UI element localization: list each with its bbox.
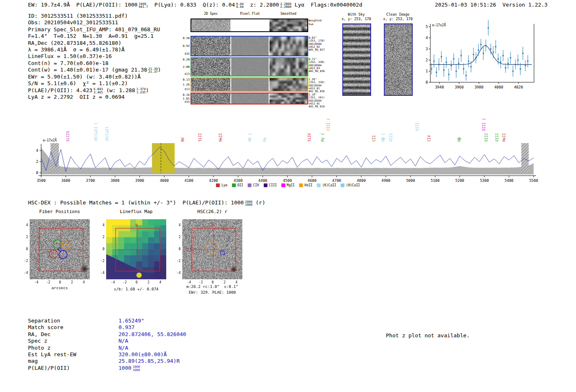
spectrum-xtick-label: 4800 <box>357 179 366 183</box>
col-header-pixel-flat: Pixel Flat <box>231 12 269 16</box>
match-value: N/A <box>118 345 128 351</box>
hsc-caption-1: m:26.2 rc:1.0" s:0.1" <box>182 284 242 289</box>
col-header-2d-spec: 2D Spec <box>191 12 230 16</box>
cutout-row-left-label: 0.20 <box>181 58 190 61</box>
legend-swatch <box>264 183 267 187</box>
fiber-circle <box>53 240 61 248</box>
north-label: N <box>135 223 137 227</box>
legend-item: (H)CaII <box>341 183 360 187</box>
axis-tick-label: 2 <box>69 281 75 284</box>
match-label: Est LyA rest-EW <box>28 351 118 358</box>
fraction-bottom: 21.37 <box>149 70 158 74</box>
spectrum-xtick-label: 4300 <box>234 179 243 183</box>
detection-info-block: ID: 3012533511 (3012533511.pdf)Obs: 2021… <box>28 13 161 100</box>
legend-label: HeII <box>304 183 312 187</box>
inset-data-point <box>441 56 442 58</box>
spec-2d-image <box>191 93 230 104</box>
axis-tick-label: 4 <box>174 223 181 227</box>
hsc-match-header: HSC-DEX : Possible Matches = 1 (within +… <box>28 199 265 206</box>
inset-xtick-label: 3960 <box>455 85 464 89</box>
inset-ytick-label: 0 <box>426 80 428 84</box>
legend-swatch <box>232 183 236 187</box>
inset-data-point <box>495 46 497 48</box>
info-line: λ = 3986.41Å σ = 6.49(±1.78)Å <box>28 46 161 53</box>
inset-data-point <box>505 67 506 69</box>
cutout-row-left-label: 1.26 <box>181 83 190 86</box>
info-line: Obs: 20210504v012_3012533511 <box>28 19 161 26</box>
inset-data-point <box>510 57 511 59</box>
inset-data-point <box>502 55 504 56</box>
stacked-fraction: 1000941.7 <box>139 2 148 9</box>
emission-line-label: Hδ { <box>248 133 252 141</box>
axis-tick-label: 0 <box>134 281 139 284</box>
text-segment: Cont(w) = 1.40(±0.01)e-17 (gmag 21.38 <box>28 67 147 73</box>
emission-line-label: Hγ { <box>321 133 325 141</box>
info-line: EWr = 5.90(±1.50) (w: 3.40(±0.82))Å <box>28 74 161 80</box>
east-label: E <box>187 248 189 252</box>
hsc-cutout-panel: NE <box>182 219 242 279</box>
axis-tick-label: 2 <box>222 281 228 284</box>
spectrum-xtick-label: 3900 <box>135 179 144 183</box>
pixel-flat-image <box>231 78 269 91</box>
match-label: Spec z <box>28 338 118 344</box>
emission-line-label: SiIIS <box>66 131 70 141</box>
text-segment: S/N = 5.1(±0.6) χ² = 1.1(±0.2) <box>28 80 128 86</box>
spec-2d-image <box>191 37 230 56</box>
inset-data-point <box>517 59 519 61</box>
pixel-flat-image <box>231 93 269 104</box>
match-value: 320.00(±80.00)Å <box>118 351 167 357</box>
emission-line-label: NV <box>181 137 185 141</box>
match-value: 1.65249" <box>118 318 144 324</box>
info-line: LyA z = 2.2792 OII z = 0.0694 <box>28 94 161 100</box>
cutout-row-annotation: Weighted <box>309 19 321 22</box>
spectrum-xtick-label: 5200 <box>455 179 465 183</box>
match-value: N/A <box>118 338 128 344</box>
cutout-row-left-label: 413 <box>181 88 190 91</box>
emission-line-label: SiIV <box>307 133 311 141</box>
axis-tick-label: -4 <box>174 271 181 275</box>
stacked-fraction: 0.040.04 <box>236 2 244 9</box>
text-segment: HSC-DEX : Possible Matches = 1 (within +… <box>28 199 244 206</box>
inset-xtick-label: 4000 <box>494 85 503 89</box>
inset-data-point <box>431 68 432 70</box>
legend-item: OII <box>232 183 243 187</box>
north-label: N <box>211 223 214 227</box>
fiber-circle <box>59 251 67 259</box>
cutout-row <box>190 36 308 56</box>
cutout-row <box>190 57 308 77</box>
emission-line-label: OIII { <box>482 118 486 131</box>
inset-data-point <box>483 53 484 54</box>
with-sky-title: With Sky <box>337 12 375 16</box>
legend-swatch <box>248 183 251 187</box>
spectrum-xtick-label: 5400 <box>504 179 513 183</box>
match-label: Separation <box>28 318 118 324</box>
axis-tick-label: 4 <box>158 281 163 284</box>
legend-item: CIII <box>264 183 277 187</box>
emission-line-label: Hβ { <box>381 133 385 141</box>
smoothed-image <box>269 93 307 104</box>
inset-data-point <box>473 54 474 56</box>
clean-image <box>385 24 412 95</box>
axis-tick-label: 0 <box>98 247 105 251</box>
emission-line-label: (H)CaII <box>105 127 109 141</box>
info-line: Cont(w) = 1.40(±0.01)e-17 (gmag 21.3821.… <box>28 67 161 74</box>
spectrum-xtick-label: 4600 <box>308 179 317 183</box>
inset-ytick-label: 1 <box>426 69 428 73</box>
emission-line-label: OIII <box>484 133 488 141</box>
clean-image-title: Clean Image <box>379 12 417 16</box>
axis-tick-label: -4 <box>21 271 28 275</box>
text-segment: 320.00(±80.00)Å <box>118 351 167 357</box>
match-label: P(LAE)/P(OII) <box>28 365 118 371</box>
cutout-row-left-label: 0.10 <box>181 93 190 97</box>
axis-tick-label: 2 <box>146 281 151 284</box>
legend-label: CIV <box>253 183 259 187</box>
cutout-row-annotation: 401_RU_016 <box>309 105 325 108</box>
inset-data-point <box>436 72 437 73</box>
emission-line-label: OIII <box>389 133 393 141</box>
info-line: F=1.4" T=0.152 N=1.30 A=0.91 g=25.1 <box>28 33 161 39</box>
cutout-row-annotation: 401_RU_036 <box>309 70 325 73</box>
fraction-bottom: 3.465 <box>94 91 103 94</box>
masked-band <box>521 143 529 173</box>
axis-tick-label: 0 <box>57 281 63 284</box>
text-segment: (w: 1.288 <box>103 87 135 93</box>
